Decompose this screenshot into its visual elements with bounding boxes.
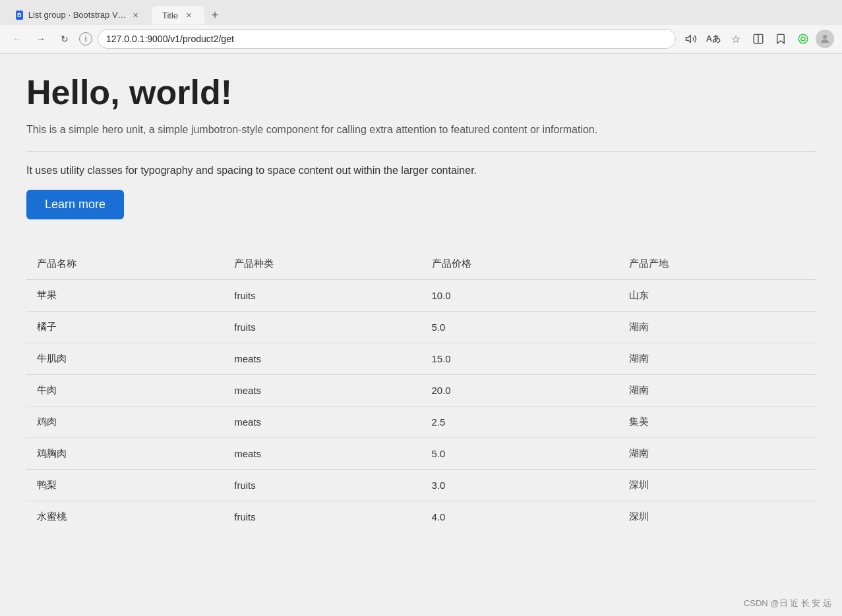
- table-cell-6-3: 深圳: [618, 470, 816, 501]
- table-cell-7-0: 水蜜桃: [26, 501, 224, 533]
- hero-section: Hello, world! This is a simple hero unit…: [26, 67, 816, 248]
- table-cell-5-1: meats: [224, 438, 421, 470]
- refresh-button[interactable]: ↻: [55, 30, 74, 48]
- table-cell-3-0: 牛肉: [26, 375, 224, 406]
- learn-more-button[interactable]: Learn more: [26, 190, 124, 219]
- table-cell-1-3: 湖南: [618, 312, 816, 343]
- watermark: CSDN @日 近 长 安 远: [744, 598, 831, 609]
- table-cell-6-0: 鸭梨: [26, 470, 224, 501]
- table-cell-5-2: 5.0: [421, 438, 618, 470]
- table-cell-2-0: 牛肌肉: [26, 343, 224, 375]
- col-header-price: 产品价格: [421, 248, 618, 280]
- svg-point-2: [798, 34, 808, 43]
- table-cell-1-2: 5.0: [421, 312, 618, 343]
- tab-title[interactable]: Title ✕: [152, 6, 204, 24]
- tab-list-group[interactable]: B List group · Bootstrap V 4 · 文案... ✕: [5, 5, 150, 25]
- extensions-button[interactable]: [793, 29, 813, 49]
- tab-favicon-1: B: [16, 11, 23, 20]
- table-row: 鸡肉meats2.5集美: [26, 406, 816, 438]
- info-button[interactable]: i: [79, 32, 92, 45]
- table-cell-6-2: 3.0: [421, 470, 618, 501]
- table-row: 鸭梨fruits3.0深圳: [26, 470, 816, 501]
- translate-button[interactable]: Aあ: [704, 29, 723, 49]
- table-cell-0-2: 10.0: [421, 280, 618, 312]
- table-cell-0-3: 山东: [618, 280, 816, 312]
- page-content: Hello, world! This is a simple hero unit…: [0, 54, 842, 616]
- table-cell-1-0: 橘子: [26, 312, 224, 343]
- tab-close-1[interactable]: ✕: [132, 10, 140, 20]
- col-header-origin: 产品产地: [618, 248, 816, 280]
- table-body: 苹果fruits10.0山东橘子fruits5.0湖南牛肌肉meats15.0湖…: [26, 280, 816, 533]
- table-cell-4-3: 集美: [618, 406, 816, 438]
- hero-description: This is a simple hero unit, a simple jum…: [26, 122, 816, 138]
- new-tab-button[interactable]: +: [206, 6, 224, 24]
- svg-point-3: [801, 37, 805, 41]
- hero-divider: [26, 151, 816, 152]
- browser-chrome: B List group · Bootstrap V 4 · 文案... ✕ T…: [0, 0, 842, 54]
- table-row: 牛肉meats20.0湖南: [26, 375, 816, 406]
- table-header: 产品名称 产品种类 产品价格 产品产地: [26, 248, 816, 280]
- back-button[interactable]: ←: [8, 30, 26, 48]
- split-view-button[interactable]: [748, 29, 768, 49]
- table-cell-0-0: 苹果: [26, 280, 224, 312]
- table-cell-2-2: 15.0: [421, 343, 618, 375]
- table-cell-7-2: 4.0: [421, 501, 618, 533]
- table-cell-5-0: 鸡胸肉: [26, 438, 224, 470]
- table-cell-3-1: meats: [224, 375, 421, 406]
- table-header-row: 产品名称 产品种类 产品价格 产品产地: [26, 248, 816, 280]
- table-cell-0-1: fruits: [224, 280, 421, 312]
- table-cell-2-1: meats: [224, 343, 421, 375]
- table-cell-4-0: 鸡肉: [26, 406, 224, 438]
- read-aloud-button[interactable]: [681, 29, 701, 49]
- table-row: 牛肌肉meats15.0湖南: [26, 343, 816, 375]
- nav-bar: ← → ↻ i 127.0.0.1:9000/v1/product2/get A…: [0, 25, 842, 53]
- table-row: 苹果fruits10.0山东: [26, 280, 816, 312]
- col-header-name: 产品名称: [26, 248, 224, 280]
- table-cell-7-3: 深圳: [618, 501, 816, 533]
- hero-sub-description: It uses utility classes for typography a…: [26, 165, 816, 177]
- table-cell-5-3: 湖南: [618, 438, 816, 470]
- table-row: 水蜜桃fruits4.0深圳: [26, 501, 816, 533]
- favorites-collection-button[interactable]: [771, 29, 791, 49]
- table-row: 鸡胸肉meats5.0湖南: [26, 438, 816, 470]
- table-cell-4-2: 2.5: [421, 406, 618, 438]
- col-header-category: 产品种类: [224, 248, 421, 280]
- tab-bar: B List group · Bootstrap V 4 · 文案... ✕ T…: [0, 0, 842, 25]
- address-bar[interactable]: 127.0.0.1:9000/v1/product2/get: [98, 29, 676, 49]
- profile-avatar[interactable]: [816, 30, 834, 48]
- address-text: 127.0.0.1:9000/v1/product2/get: [106, 34, 234, 44]
- table-cell-4-1: meats: [224, 406, 421, 438]
- favorites-button[interactable]: ☆: [726, 29, 746, 49]
- tab-label-2: Title: [162, 11, 178, 20]
- tab-label-1: List group · Bootstrap V 4 · 文案...: [28, 9, 127, 21]
- table-cell-2-3: 湖南: [618, 343, 816, 375]
- table-cell-7-1: fruits: [224, 501, 421, 533]
- table-cell-3-3: 湖南: [618, 375, 816, 406]
- forward-button[interactable]: →: [32, 30, 50, 48]
- table-cell-1-1: fruits: [224, 312, 421, 343]
- tab-close-2[interactable]: ✕: [183, 10, 194, 20]
- table-row: 橘子fruits5.0湖南: [26, 312, 816, 343]
- table-cell-3-2: 20.0: [421, 375, 618, 406]
- nav-actions: Aあ ☆: [681, 29, 834, 49]
- table-cell-6-1: fruits: [224, 470, 421, 501]
- svg-point-4: [823, 35, 827, 39]
- hero-title: Hello, world!: [26, 74, 816, 111]
- product-table: 产品名称 产品种类 产品价格 产品产地 苹果fruits10.0山东橘子frui…: [26, 248, 816, 532]
